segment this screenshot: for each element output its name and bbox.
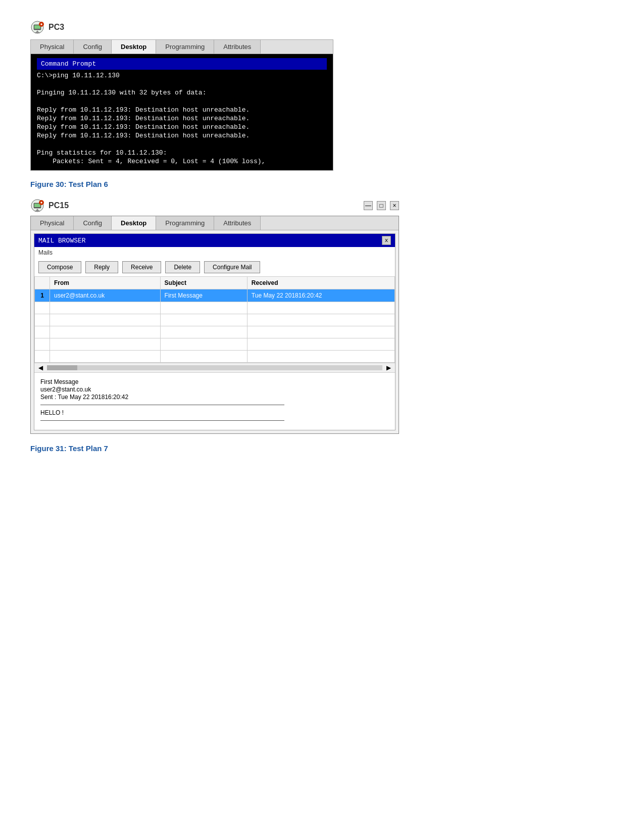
tab-programming[interactable]: Programming [156, 40, 214, 54]
scroll-right-arrow[interactable]: ▶ [384, 364, 393, 371]
pc15-title-area: PC15 [30, 199, 69, 213]
mail-toolbar: Compose Reply Receive Delete Configure M… [34, 258, 395, 276]
tab-attributes[interactable]: Attributes [214, 40, 261, 54]
preview-separator [40, 405, 284, 405]
tab-desktop[interactable]: Desktop [112, 40, 156, 54]
cmd-line-0: C:\>ping 10.11.12.130 [37, 72, 327, 79]
pc15-tab-physical[interactable]: Physical [31, 216, 74, 230]
row-from: user2@stant.co.uk [50, 289, 161, 302]
col-received: Received [247, 277, 394, 289]
pc15-tab-desktop[interactable]: Desktop [112, 216, 156, 230]
pc15-tab-attributes[interactable]: Attributes [214, 216, 261, 230]
pc3-icon [30, 20, 44, 34]
tab-physical[interactable]: Physical [31, 40, 74, 54]
pc3-window: Physical Config Desktop Programming Attr… [30, 39, 333, 171]
cmd-line-5: Reply from 10.11.12.193: Destination hos… [37, 115, 327, 122]
col-from: From [50, 277, 161, 289]
cmd-line-4: Reply from 10.11.12.193: Destination hos… [37, 106, 327, 114]
mail-browser-close[interactable]: x [382, 236, 391, 245]
cmd-line-2: Pinging 10.11.12.130 with 32 bytes of da… [37, 89, 327, 96]
minimize-button[interactable]: — [364, 201, 373, 210]
pc15-tab-programming[interactable]: Programming [156, 216, 214, 230]
pc15-icon [30, 199, 44, 213]
scroll-thumb[interactable] [47, 365, 77, 370]
empty-row-2 [35, 314, 395, 326]
figure30-caption: Figure 30: Test Plan 6 [30, 180, 614, 188]
empty-row-1 [35, 302, 395, 314]
reply-button[interactable]: Reply [85, 261, 118, 273]
table-row[interactable]: 1 user2@stant.co.uk First Message Tue Ma… [35, 289, 395, 302]
cmd-title-bar: Command Prompt [37, 58, 327, 70]
cmd-line-3 [37, 97, 327, 105]
maximize-button[interactable]: □ [377, 201, 386, 210]
receive-button[interactable]: Receive [122, 261, 161, 273]
preview-subject: First Message [40, 378, 389, 385]
mail-browser-header: MAIL BROWSER x [34, 234, 395, 247]
pc15-tab-bar: Physical Config Desktop Programming Attr… [31, 216, 399, 230]
pc3-cmd-window: Command Prompt C:\>ping 10.11.12.130 Pin… [31, 54, 333, 170]
cmd-line-6: Reply from 10.11.12.193: Destination hos… [37, 123, 327, 131]
row-num: 1 [35, 289, 50, 302]
pc15-window-controls: — □ × [364, 201, 399, 210]
cmd-line-1 [37, 80, 327, 88]
mail-browser: MAIL BROWSER x Mails Compose Reply Recei… [34, 233, 395, 430]
compose-button[interactable]: Compose [38, 261, 81, 273]
scroll-track[interactable] [47, 365, 382, 370]
pc3-tab-bar: Physical Config Desktop Programming Attr… [31, 40, 333, 54]
scroll-left-arrow[interactable]: ◀ [36, 364, 45, 371]
pc15-title: PC15 [48, 201, 69, 210]
cmd-line-10: Packets: Sent = 4, Received = 0, Lost = … [37, 158, 327, 165]
mail-scrollbar[interactable]: ◀ ▶ [34, 363, 395, 372]
col-subject: Subject [160, 277, 247, 289]
pc15-header-row: PC15 — □ × [30, 199, 399, 213]
pc15-tab-config[interactable]: Config [74, 216, 112, 230]
row-received: Tue May 22 201816:20:42 [247, 289, 394, 302]
preview-sent: Sent : Tue May 22 201816:20:42 [40, 394, 389, 401]
figure31-caption: Figure 31: Test Plan 7 [30, 444, 614, 453]
pc3-header: PC3 [30, 20, 614, 34]
mail-browser-title: MAIL BROWSER [38, 237, 86, 244]
preview-separator-bottom [40, 420, 284, 421]
pc15-window: Physical Config Desktop Programming Attr… [30, 216, 399, 434]
mails-label: Mails [34, 247, 395, 258]
preview-from: user2@stant.co.uk [40, 386, 389, 393]
col-num [35, 277, 50, 289]
close-button[interactable]: × [390, 201, 399, 210]
preview-body: HELLO ! [40, 409, 389, 416]
empty-row-3 [35, 326, 395, 338]
empty-row-5 [35, 351, 395, 363]
svg-rect-10 [35, 211, 40, 212]
svg-rect-4 [35, 32, 40, 33]
empty-row-4 [35, 338, 395, 351]
tab-config[interactable]: Config [74, 40, 112, 54]
delete-button[interactable]: Delete [165, 261, 200, 273]
mail-preview: First Message user2@stant.co.uk Sent : T… [34, 372, 395, 430]
configure-mail-button[interactable]: Configure Mail [204, 261, 260, 273]
cmd-line-9: Ping statistics for 10.11.12.130: [37, 149, 327, 157]
cmd-line-8 [37, 140, 327, 148]
cmd-line-7: Reply from 10.11.12.193: Destination hos… [37, 132, 327, 139]
row-subject: First Message [160, 289, 247, 302]
pc3-title: PC3 [48, 23, 64, 32]
mail-table: From Subject Received 1 user2@stant.co.u… [34, 276, 395, 363]
